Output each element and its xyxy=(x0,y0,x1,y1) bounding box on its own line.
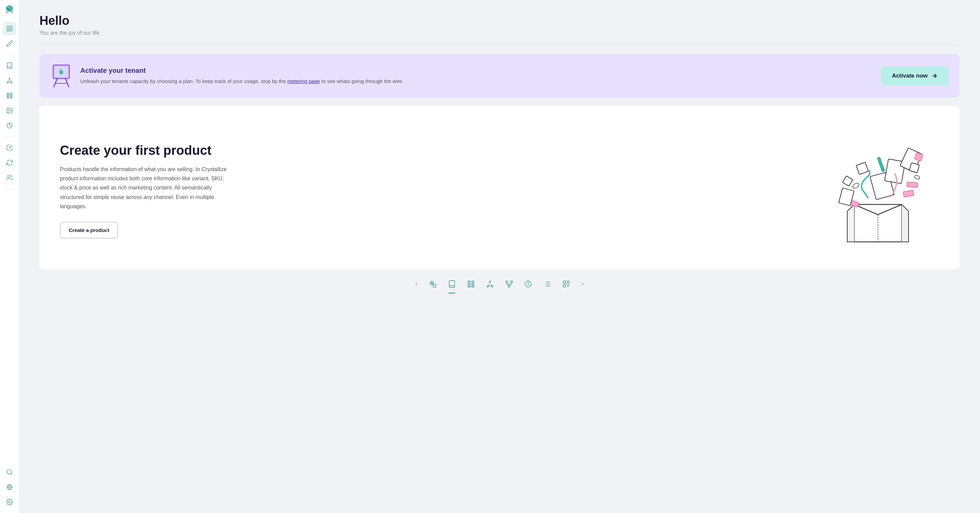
svg-rect-57 xyxy=(511,281,512,283)
svg-point-20 xyxy=(8,502,10,503)
svg-rect-37 xyxy=(903,190,914,197)
bottom-nav-item-flows[interactable] xyxy=(501,276,517,292)
prev-nav-arrow[interactable] xyxy=(411,279,422,289)
svg-rect-43 xyxy=(877,157,885,172)
bottom-nav-item-shapes2[interactable] xyxy=(520,276,536,292)
svg-rect-51 xyxy=(468,286,470,287)
product-card-title: Create your first product xyxy=(60,143,803,158)
svg-point-6 xyxy=(11,82,12,83)
create-product-button[interactable]: Create a product xyxy=(60,222,118,238)
sidebar-item-grid[interactable] xyxy=(3,89,16,102)
sidebar-item-media[interactable] xyxy=(3,104,16,118)
svg-rect-8 xyxy=(10,93,12,94)
svg-point-5 xyxy=(7,82,8,83)
sidebar-item-content[interactable] xyxy=(3,37,16,50)
metering-page-link[interactable]: metering page xyxy=(287,78,320,84)
svg-point-14 xyxy=(8,109,8,110)
svg-rect-48 xyxy=(472,281,474,282)
svg-point-17 xyxy=(7,470,11,474)
svg-point-54 xyxy=(487,286,488,287)
product-card: Create your first product Products handl… xyxy=(40,106,959,269)
svg-line-23 xyxy=(54,79,57,87)
activate-banner-icon xyxy=(50,64,72,88)
sidebar-item-dashboard[interactable] xyxy=(3,22,16,35)
svg-rect-1 xyxy=(10,26,12,28)
sidebar-item-settings[interactable] xyxy=(3,495,16,509)
bottom-nav xyxy=(40,269,959,299)
activate-banner-content: Activate your tenant Unleash your tenant… xyxy=(80,67,873,86)
bottom-nav-item-connections2[interactable] xyxy=(482,276,498,292)
sidebar-item-catalogue[interactable] xyxy=(3,59,16,73)
product-illustration xyxy=(817,130,939,252)
svg-rect-47 xyxy=(468,281,470,282)
svg-rect-3 xyxy=(10,29,12,31)
svg-rect-7 xyxy=(7,93,9,94)
svg-line-24 xyxy=(65,79,69,87)
activate-banner-text: Unleash your tenants capacity by choosin… xyxy=(80,77,873,86)
bottom-nav-item-catalogue[interactable] xyxy=(444,276,460,292)
svg-point-16 xyxy=(8,175,10,178)
sidebar-item-orders[interactable] xyxy=(3,141,16,154)
bottom-nav-item-orders2[interactable] xyxy=(539,276,555,292)
sidebar-item-translation[interactable] xyxy=(3,480,16,494)
svg-rect-11 xyxy=(7,97,9,98)
svg-rect-52 xyxy=(472,286,474,287)
svg-rect-69 xyxy=(563,285,566,287)
arrow-right-icon xyxy=(931,73,938,79)
sidebar-item-customers[interactable] xyxy=(3,171,16,184)
svg-point-41 xyxy=(852,182,859,189)
svg-line-18 xyxy=(11,473,12,475)
svg-point-55 xyxy=(492,286,493,287)
svg-rect-56 xyxy=(506,281,508,283)
svg-rect-68 xyxy=(567,281,569,283)
svg-rect-39 xyxy=(907,182,918,188)
activate-now-button[interactable]: Activate now xyxy=(881,66,949,86)
main-content: Hello You are the joy of our life Activa… xyxy=(19,0,980,513)
bottom-nav-item-subscriptions2[interactable] xyxy=(558,276,574,292)
svg-rect-36 xyxy=(909,163,919,173)
svg-rect-12 xyxy=(10,97,12,98)
svg-rect-34 xyxy=(856,162,869,175)
sidebar-item-shapes[interactable] xyxy=(3,119,16,132)
sidebar-item-connections[interactable] xyxy=(3,74,16,87)
bottom-nav-item-grid[interactable] xyxy=(463,276,479,292)
product-card-description: Products handle the information of what … xyxy=(60,165,237,211)
activate-banner-title: Activate your tenant xyxy=(80,67,873,75)
svg-rect-10 xyxy=(10,95,12,96)
sidebar-item-subscriptions[interactable] xyxy=(3,156,16,169)
svg-point-4 xyxy=(9,78,10,79)
sidebar-divider-1 xyxy=(4,54,15,55)
product-card-content: Create your first product Products handl… xyxy=(60,143,803,238)
sidebar xyxy=(0,0,19,513)
svg-rect-67 xyxy=(563,281,566,283)
header-divider xyxy=(40,44,959,44)
page-title: Hello xyxy=(40,14,959,28)
svg-point-53 xyxy=(489,281,491,282)
next-nav-arrow[interactable] xyxy=(577,279,588,289)
sidebar-item-search[interactable] xyxy=(3,465,16,479)
svg-rect-35 xyxy=(843,176,853,186)
page-subtitle: You are the joy of our life xyxy=(40,30,959,36)
svg-rect-49 xyxy=(468,283,470,285)
svg-rect-9 xyxy=(7,95,9,96)
svg-rect-2 xyxy=(7,29,9,31)
app-logo[interactable] xyxy=(3,4,16,16)
bottom-nav-item-products[interactable] xyxy=(425,276,441,292)
svg-rect-46 xyxy=(433,284,436,287)
svg-rect-50 xyxy=(472,283,474,285)
sidebar-divider-2 xyxy=(4,137,15,137)
svg-point-42 xyxy=(914,175,920,180)
activate-banner: Activate your tenant Unleash your tenant… xyxy=(40,54,959,98)
svg-rect-58 xyxy=(508,286,510,287)
svg-rect-0 xyxy=(7,26,9,28)
